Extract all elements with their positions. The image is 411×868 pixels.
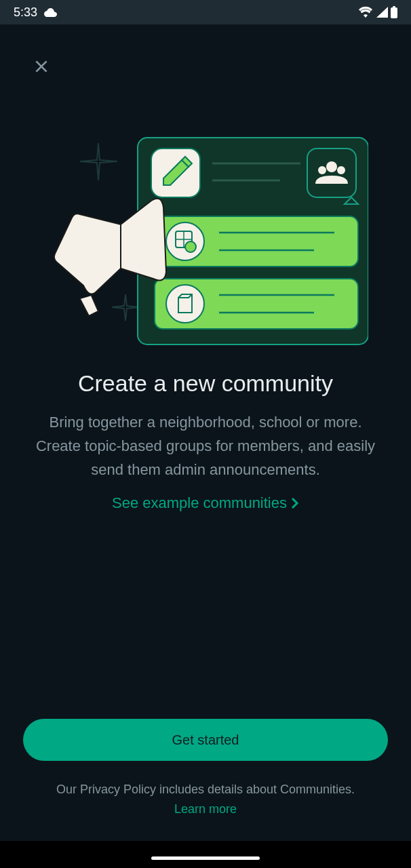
wifi-icon <box>358 6 373 18</box>
privacy-text-content: Our Privacy Policy includes details abou… <box>56 783 355 796</box>
svg-point-13 <box>166 222 204 260</box>
chevron-right-icon <box>291 497 299 509</box>
main-content: Create a new community Bring together a … <box>0 24 411 512</box>
svg-point-21 <box>166 285 204 323</box>
community-illustration <box>43 130 368 350</box>
example-communities-link[interactable]: See example communities <box>112 494 299 512</box>
bottom-nav-bar <box>0 841 411 868</box>
get-started-button[interactable]: Get started <box>23 719 388 761</box>
privacy-notice: Our Privacy Policy includes details abou… <box>0 780 411 819</box>
close-button[interactable] <box>33 58 50 78</box>
signal-icon <box>376 7 388 18</box>
learn-more-link[interactable]: Learn more <box>174 802 237 816</box>
nav-handle[interactable] <box>151 856 260 860</box>
example-link-text: See example communities <box>112 494 287 512</box>
svg-rect-8 <box>307 149 356 197</box>
svg-point-9 <box>326 161 337 172</box>
svg-point-10 <box>318 166 326 174</box>
page-title: Create a new community <box>78 370 333 397</box>
battery-icon <box>391 6 397 18</box>
svg-point-11 <box>337 166 345 174</box>
cloud-icon <box>43 7 58 17</box>
page-description: Bring together a neighborhood, school or… <box>27 410 384 482</box>
svg-point-17 <box>185 241 196 252</box>
status-bar: 5:33 <box>0 0 411 24</box>
svg-rect-1 <box>393 6 395 7</box>
svg-rect-0 <box>391 7 397 18</box>
status-time: 5:33 <box>14 5 37 20</box>
